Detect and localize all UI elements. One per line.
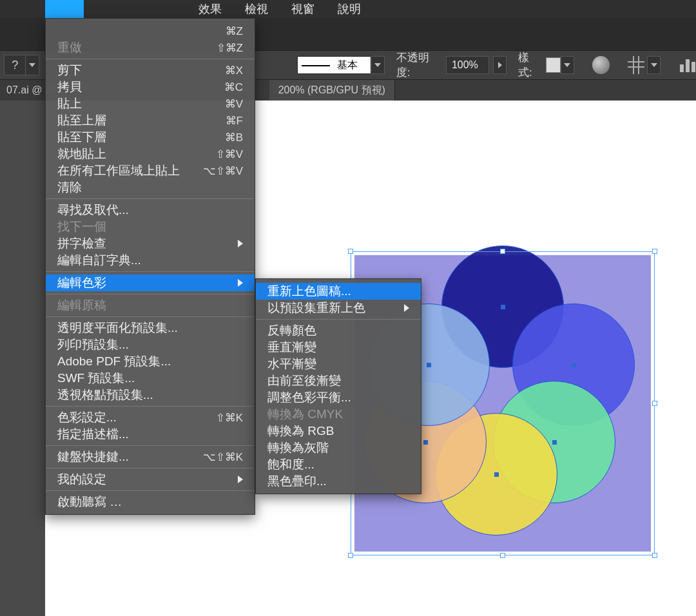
menu-item-edit-colors[interactable]: 編輯色彩 — [46, 274, 255, 291]
chevron-right-icon — [498, 62, 502, 68]
menu-item-perspective-presets[interactable]: 透視格點預設集... — [46, 387, 255, 403]
stroke-style-caret[interactable] — [371, 56, 385, 74]
menu-item-redo: 重做⇧⌘Z — [46, 39, 255, 56]
menu-item-swf-presets[interactable]: SWF 預設集... — [46, 370, 255, 387]
menu-item-paste[interactable]: 貼上⌘V — [46, 95, 255, 112]
submenu-arrow-icon — [238, 276, 243, 290]
submenu-item-to-rgb[interactable]: 轉換為 RGB — [256, 423, 421, 439]
menu-item-paste-back[interactable]: 貼至下層⌘B — [46, 129, 255, 146]
menu-item-undo[interactable]: ⌘Z — [46, 23, 255, 39]
menu-item-print-presets[interactable]: 列印預設集... — [46, 336, 255, 353]
chevron-down-icon — [651, 63, 657, 67]
menu-item-find-next: 找下一個 — [46, 218, 255, 235]
chevron-down-icon — [374, 63, 381, 67]
menu-item-keyboard-shortcuts[interactable]: 鍵盤快捷鍵...⌥⇧⌘K — [46, 448, 255, 465]
menu-item-assign-profile[interactable]: 指定描述檔... — [46, 426, 255, 443]
help-button[interactable]: ? — [4, 55, 26, 75]
selection-handle[interactable] — [500, 553, 505, 558]
menu-item-custom-dictionary[interactable]: 編輯自訂字典... — [46, 252, 255, 269]
style-label: 樣式: — [518, 50, 542, 80]
chevron-down-icon — [564, 63, 570, 67]
align-panel-icon[interactable] — [680, 58, 696, 72]
selection-handle[interactable] — [500, 249, 505, 254]
app-menubar: 效果 檢視 視窗 說明 — [0, 0, 696, 18]
submenu-item-recolor-artwork[interactable]: 重新上色圖稿... — [256, 283, 421, 300]
menu-item-paste-all-artboards[interactable]: 在所有工作區域上貼上⌥⇧⌘V — [46, 162, 255, 179]
menu-effect[interactable]: 效果 — [198, 1, 222, 17]
menu-item-paste-front[interactable]: 貼至上層⌘F — [46, 112, 255, 129]
menu-item-start-dictation[interactable]: 啟動聽寫 … — [46, 494, 255, 510]
stroke-style-dropdown[interactable]: 基本 — [297, 56, 371, 74]
selection-handle[interactable] — [652, 553, 657, 558]
graphic-style-swatch[interactable] — [546, 57, 561, 73]
chevron-down-icon — [29, 63, 35, 67]
opacity-label: 不透明度: — [396, 50, 441, 80]
submenu-item-adjust-balance[interactable]: 調整色彩平衡... — [256, 389, 421, 406]
menu-item-color-settings[interactable]: 色彩設定...⇧⌘K — [46, 409, 255, 426]
submenu-item-blend-vertical[interactable]: 垂直漸變 — [256, 339, 421, 356]
submenu-item-saturate[interactable]: 飽和度... — [256, 456, 421, 473]
submenu-arrow-icon — [238, 236, 243, 251]
menu-item-clear[interactable]: 清除 — [46, 179, 255, 196]
document-setup-icon[interactable] — [592, 56, 610, 74]
submenu-item-recolor-preset[interactable]: 以預設集重新上色 — [256, 300, 421, 316]
opacity-field[interactable]: 100% — [446, 56, 489, 74]
stroke-style-label: 基本 — [337, 59, 358, 72]
menu-item-flatten-presets[interactable]: 透明度平面化預設集... — [46, 320, 255, 336]
menu-view[interactable]: 檢視 — [245, 1, 268, 17]
submenu-arrow-icon — [404, 301, 409, 315]
edit-colors-submenu: 重新上色圖稿... 以預設集重新上色 反轉顏色 垂直漸變 水平漸變 由前至後漸變… — [255, 278, 421, 494]
help-dropdown[interactable] — [26, 55, 39, 75]
submenu-item-blend-front-back[interactable]: 由前至後漸變 — [256, 372, 421, 389]
menu-help[interactable]: 說明 — [338, 1, 361, 17]
menu-window[interactable]: 視窗 — [291, 1, 314, 17]
menu-item-edit-original: 編輯原稿 — [46, 297, 255, 314]
menu-item-my-settings[interactable]: 我的設定 — [46, 471, 255, 488]
submenu-item-invert[interactable]: 反轉顏色 — [256, 322, 421, 339]
menu-item-copy[interactable]: 拷貝⌘C — [46, 79, 255, 95]
graphic-style-caret[interactable] — [561, 56, 574, 74]
menu-item-find-replace[interactable]: 尋找及取代... — [46, 202, 255, 218]
submenu-item-to-grayscale[interactable]: 轉換為灰階 — [256, 439, 421, 456]
selection-handle[interactable] — [348, 553, 353, 558]
selection-handle[interactable] — [652, 249, 657, 254]
submenu-item-overprint-black[interactable]: 黑色疊印... — [256, 473, 421, 490]
menu-edit-active[interactable] — [45, 0, 84, 18]
submenu-item-blend-horizontal[interactable]: 水平漸變 — [256, 356, 421, 372]
menu-item-cut[interactable]: 剪下⌘X — [46, 62, 255, 79]
selection-handle[interactable] — [652, 401, 657, 406]
edit-menu: ⌘Z 重做⇧⌘Z 剪下⌘X 拷貝⌘C 貼上⌘V 貼至上層⌘F 貼至下層⌘B 就地… — [45, 18, 255, 515]
align-grid-caret[interactable] — [647, 56, 661, 74]
menu-item-pdf-presets[interactable]: Adobe PDF 預設集... — [46, 353, 255, 370]
opacity-step[interactable] — [493, 56, 507, 74]
menu-item-paste-in-place[interactable]: 就地貼上⇧⌘V — [46, 146, 255, 162]
align-grid-icon[interactable] — [628, 56, 645, 74]
menu-item-spell-check[interactable]: 拼字檢查 — [46, 235, 255, 252]
submenu-item-to-cmyk: 轉換為 CMYK — [256, 406, 421, 423]
submenu-arrow-icon — [238, 472, 243, 486]
document-tab-active[interactable]: 200% (RGB/GPU 預視) — [269, 80, 395, 101]
selection-handle[interactable] — [348, 249, 353, 254]
